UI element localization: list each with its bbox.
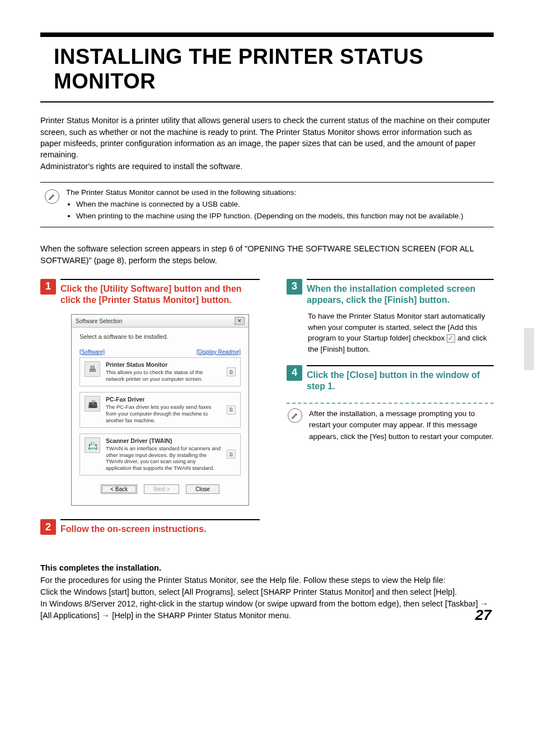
dialog-item-printer-status-monitor[interactable]: 🖶 Printer Status Monitor This allows you… xyxy=(79,357,241,386)
step-2-body: Follow the on-screen instructions. xyxy=(60,519,260,535)
step-number-3: 3 xyxy=(287,279,302,295)
step-4-body: Click the [Close] button in the window o… xyxy=(307,365,494,393)
step-number-1: 1 xyxy=(40,279,56,295)
note-box: The Printer Status Monitor cannot be use… xyxy=(40,182,494,227)
software-selection-dialog: Software Selection ✕ Select a software t… xyxy=(71,314,249,506)
completion-body: For the procedures for using the Printer… xyxy=(40,575,494,622)
dialog-buttons: < Back Next > Close xyxy=(79,481,241,500)
pencil-icon xyxy=(45,189,59,204)
dialog-item-pc-fax-driver[interactable]: 📠 PC-Fax Driver The PC-Fax driver lets y… xyxy=(79,392,241,428)
completion-section: This completes the installation. For the… xyxy=(40,563,494,622)
close-icon[interactable]: ✕ xyxy=(235,317,245,325)
step-2-head: Follow the on-screen instructions. xyxy=(60,524,260,535)
display-readme-link[interactable]: [Display Readme] xyxy=(196,349,241,355)
dialog-item-desc: TWAIN is an interface standard for scann… xyxy=(106,445,221,472)
info-row: After the installation, a message prompt… xyxy=(287,408,494,442)
columns: 1 Click the [Utility Software] button an… xyxy=(40,279,494,545)
note-body: The Printer Status Monitor cannot be use… xyxy=(66,187,489,222)
close-button[interactable]: Close xyxy=(186,484,219,494)
step-2: 2 Follow the on-screen instructions. xyxy=(40,519,260,535)
dialog-item-title: PC-Fax Driver xyxy=(106,396,221,403)
step-number-2: 2 xyxy=(40,519,56,535)
dialog-title: Software Selection xyxy=(76,318,122,324)
dialog-body: Select a software to be installed. [Soft… xyxy=(72,328,249,505)
software-link[interactable]: [Software] xyxy=(79,349,105,355)
step-3-text: To have the Printer Status Monitor start… xyxy=(307,311,494,354)
step-4: 4 Click the [Close] button in the window… xyxy=(287,365,494,393)
dialog-links: [Software] [Display Readme] xyxy=(79,349,241,355)
step-3-body: When the installation completed screen a… xyxy=(307,279,494,355)
column-right: 3 When the installation completed screen… xyxy=(287,279,494,545)
next-button[interactable]: Next > xyxy=(144,484,179,494)
page-icon[interactable]: 🗎 xyxy=(227,450,236,459)
dialog-item-desc: The PC-Fax driver lets you easily send f… xyxy=(106,404,221,424)
dashed-divider xyxy=(287,403,494,404)
dialog-item-desc: This allows you to check the status of t… xyxy=(106,369,221,382)
dialog-subtitle: Select a software to be installed. xyxy=(79,333,241,340)
step-3-head: When the installation completed screen a… xyxy=(307,283,494,307)
info-text: After the installation, a message prompt… xyxy=(309,408,494,442)
step-1-head: Click the [Utility Software] button and … xyxy=(60,283,260,307)
dialog-titlebar: Software Selection ✕ xyxy=(72,315,249,328)
step-1-body: Click the [Utility Software] button and … xyxy=(60,279,260,506)
note-bullet-1: When the machine is connected by a USB c… xyxy=(76,199,489,211)
page-title: INSTALLING THE PRINTER STATUS MONITOR xyxy=(40,37,494,101)
intro-text: Printer Status Monitor is a printer util… xyxy=(40,115,494,171)
pencil-icon xyxy=(288,408,302,423)
completion-head: This completes the installation. xyxy=(40,563,494,572)
note-icon-wrap xyxy=(45,187,59,222)
step-3: 3 When the installation completed screen… xyxy=(287,279,494,355)
step-number-4: 4 xyxy=(287,365,302,381)
dialog-item-scanner-driver[interactable]: 📇 Scanner Driver (TWAIN) TWAIN is an int… xyxy=(79,433,241,476)
title-rule-top xyxy=(40,32,494,37)
page-number: 27 xyxy=(475,606,491,624)
dialog-item-title: Printer Status Monitor xyxy=(106,361,221,368)
note-bullet-2: When printing to the machine using the I… xyxy=(76,211,489,222)
step-4-head: Click the [Close] button in the window o… xyxy=(307,370,494,393)
page: INSTALLING THE PRINTER STATUS MONITOR Pr… xyxy=(0,0,534,644)
page-icon[interactable]: 🗎 xyxy=(227,367,236,376)
scanner-icon: 📇 xyxy=(85,437,100,453)
side-tab xyxy=(524,328,534,370)
step-1: 1 Click the [Utility Software] button an… xyxy=(40,279,260,506)
title-rule-bottom xyxy=(40,101,494,102)
page-icon[interactable]: 🗎 xyxy=(227,405,236,414)
note-lead: The Printer Status Monitor cannot be use… xyxy=(66,187,489,199)
reference-text: When the software selection screen appea… xyxy=(40,243,494,267)
checkbox-icon xyxy=(447,334,455,343)
column-left: 1 Click the [Utility Software] button an… xyxy=(40,279,260,545)
back-button[interactable]: < Back xyxy=(101,484,137,494)
dialog-item-title: Scanner Driver (TWAIN) xyxy=(106,437,221,444)
printer-icon: 🖶 xyxy=(85,361,100,377)
fax-icon: 📠 xyxy=(85,396,100,412)
